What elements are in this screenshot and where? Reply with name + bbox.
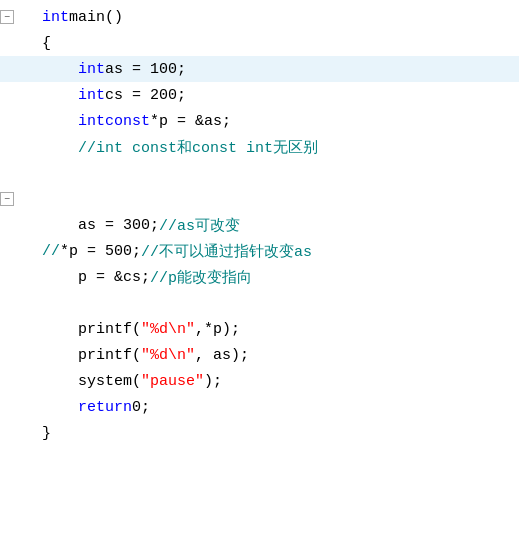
code-area: −int main(){int as = 100;int cs = 200;in… — [0, 0, 519, 551]
code-token: as = 100; — [105, 61, 186, 78]
gutter-area: − — [0, 10, 42, 24]
code-line: −int main() — [0, 4, 519, 30]
code-line: // *p = 500;//不可以通过指针改变as — [0, 238, 519, 264]
code-token: "%d\n" — [141, 321, 195, 338]
code-token: ,*p); — [195, 321, 240, 338]
code-line: printf("%d\n", as); — [0, 342, 519, 368]
code-content: printf("%d\n", as); — [78, 347, 519, 364]
code-token: int — [78, 87, 105, 104]
code-content: p = &cs;//p能改变指向 — [78, 268, 519, 287]
code-line: //int const和const int无区别 — [0, 134, 519, 160]
code-token: "pause" — [141, 373, 204, 390]
code-token: p = &cs; — [78, 269, 150, 286]
gutter-area: − — [0, 192, 42, 206]
code-token: 0; — [132, 399, 150, 416]
code-line: return 0; — [0, 394, 519, 420]
code-token: , as); — [195, 347, 249, 364]
code-token: //p能改变指向 — [150, 268, 252, 287]
code-token: //int const和const int无区别 — [78, 138, 318, 157]
code-token: return — [78, 399, 132, 416]
code-line: int cs = 200; — [0, 82, 519, 108]
code-token: int — [42, 9, 69, 26]
code-content: return 0; — [78, 399, 519, 416]
code-token: system( — [78, 373, 141, 390]
code-content — [42, 191, 519, 208]
code-line: p = &cs;//p能改变指向 — [0, 264, 519, 290]
code-token: //不可以通过指针改变as — [141, 242, 312, 261]
code-content: int const *p = &as; — [78, 113, 519, 130]
code-line: − — [0, 186, 519, 212]
code-content — [42, 295, 519, 312]
code-line: } — [0, 420, 519, 446]
code-line: int const *p = &as; — [0, 108, 519, 134]
code-token: int — [78, 113, 105, 130]
code-token: printf( — [78, 321, 141, 338]
code-line — [0, 290, 519, 316]
code-token: *p = 500; — [60, 243, 141, 260]
code-editor: −int main(){int as = 100;int cs = 200;in… — [0, 0, 519, 551]
code-line: system("pause"); — [0, 368, 519, 394]
code-token: cs = 200; — [105, 87, 186, 104]
code-token: ); — [204, 373, 222, 390]
code-token: int — [78, 61, 105, 78]
code-content: { — [42, 35, 519, 52]
code-token: as = 300; — [78, 217, 159, 234]
code-token: main() — [69, 9, 123, 26]
code-content: //int const和const int无区别 — [78, 138, 519, 157]
code-content: as = 300;//as可改变 — [78, 216, 519, 235]
code-line: as = 300;//as可改变 — [0, 212, 519, 238]
collapse-button[interactable]: − — [0, 192, 14, 206]
code-token: //as可改变 — [159, 216, 240, 235]
code-content: } — [42, 425, 519, 442]
code-content: system("pause"); — [78, 373, 519, 390]
code-token: printf( — [78, 347, 141, 364]
collapse-button[interactable]: − — [0, 10, 14, 24]
code-line: { — [0, 30, 519, 56]
code-token: // — [42, 243, 60, 260]
code-content: int as = 100; — [78, 61, 519, 78]
code-line — [0, 160, 519, 186]
code-content — [42, 165, 519, 182]
code-line: printf("%d\n",*p); — [0, 316, 519, 342]
code-line: int as = 100; — [0, 56, 519, 82]
code-token: } — [42, 425, 51, 442]
code-content: int main() — [42, 9, 519, 26]
code-token: *p = &as; — [150, 113, 231, 130]
code-content: // *p = 500;//不可以通过指针改变as — [42, 242, 519, 261]
code-token: const — [105, 113, 150, 130]
code-token: { — [42, 35, 51, 52]
code-content: printf("%d\n",*p); — [78, 321, 519, 338]
code-token: "%d\n" — [141, 347, 195, 364]
code-content: int cs = 200; — [78, 87, 519, 104]
